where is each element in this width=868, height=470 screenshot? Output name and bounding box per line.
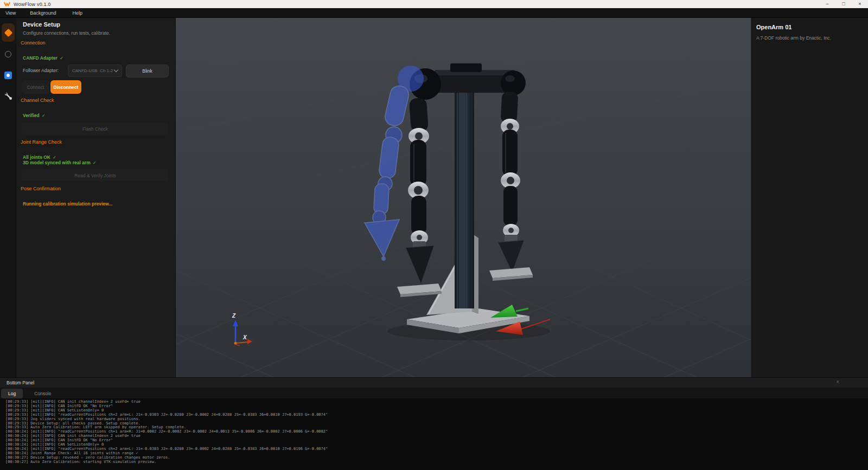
pose-status: Running calibration simulation preview..… — [23, 201, 112, 207]
titlebar: WowFlow v0.1.0 – □ × — [0, 0, 868, 8]
log-line: [00:30:27] Auto Zero Calibration: starti… — [5, 460, 868, 465]
page-title: Device Setup — [23, 21, 60, 28]
menubar: View Background Help — [0, 8, 868, 18]
model-synced-label: 3D model synced with real arm — [23, 160, 91, 165]
3d-viewport[interactable]: Z X — [176, 18, 751, 377]
canfd-adapter-label: CANFD Adapter — [23, 55, 58, 61]
tab-log[interactable]: Log — [1, 389, 23, 398]
close-icon[interactable]: × — [836, 379, 839, 385]
log-lines[interactable]: [00:29:33] [mit][INFO] CAN init channelI… — [0, 398, 868, 470]
axis-z-label: Z — [232, 313, 236, 319]
page-subtitle: Configure connections, run tests, calibr… — [23, 30, 110, 36]
wrench-icon — [5, 93, 12, 100]
check-icon: ✓ — [53, 154, 56, 160]
window-controls: – □ × — [819, 0, 868, 8]
flash-check-button[interactable]: Flash Check — [22, 123, 169, 135]
check-icon: ✓ — [93, 160, 97, 165]
read-verify-joints-button[interactable]: Read & Verify Joints — [22, 169, 169, 182]
log-line: [00:30:24] [mit][INFO] CAN InitFD OK "No… — [5, 439, 868, 443]
close-button[interactable]: × — [852, 0, 868, 8]
axis-x-label: X — [242, 334, 247, 340]
section-pose-confirmation: Pose Confirmation — [21, 186, 61, 191]
tab-console[interactable]: Console — [27, 389, 58, 398]
viewport-scene: Z X — [176, 18, 751, 377]
chevron-down-icon — [114, 68, 118, 72]
follower-adapter-label: Follower Adapter: — [23, 68, 59, 73]
section-connection: Connection — [21, 40, 46, 46]
menu-view[interactable]: View — [0, 10, 21, 16]
check-icon: ✓ — [42, 113, 46, 118]
sidebar-item-monitor[interactable] — [5, 51, 11, 57]
verified-label: Verified — [23, 113, 40, 118]
model-synced-status: 3D model synced with real arm✓ — [23, 160, 97, 165]
connect-button[interactable]: Connect — [22, 80, 49, 94]
menu-help[interactable]: Help — [67, 10, 87, 16]
window-title: WowFlow v0.1.0 — [14, 2, 51, 7]
check-icon: ✓ — [60, 55, 63, 61]
bottom-panel-header: Bottom Panel × — [0, 377, 868, 388]
sidebar-item-record[interactable] — [4, 72, 12, 79]
maximize-button[interactable]: □ — [835, 0, 852, 8]
diamond-icon — [4, 28, 12, 37]
log-line: [00:29:33] [mit][INFO] CAN InitFD OK "No… — [5, 404, 868, 409]
bottom-panel-title: Bottom Panel — [7, 380, 34, 385]
follower-adapter-select[interactable]: CANFD-USB Ch 1-2 — [68, 65, 122, 77]
minimize-button[interactable]: – — [819, 0, 835, 8]
joints-ok-status: All joints OK✓ — [23, 154, 56, 160]
device-setup-panel: Device Setup Configure connections, run … — [16, 18, 176, 377]
sidebar-item-device-setup[interactable] — [2, 23, 15, 42]
menu-background[interactable]: Background — [25, 10, 61, 16]
disconnect-button[interactable]: Disconnect — [50, 80, 81, 94]
canfd-adapter-status: CANFD Adapter✓ — [23, 55, 63, 61]
joints-ok-label: All joints OK — [23, 154, 50, 160]
blink-button[interactable]: Blink — [126, 65, 169, 78]
robot-description: A 7-DOF robotic arm by Enactic, Inc. — [756, 35, 831, 41]
icon-sidebar — [0, 18, 16, 377]
section-channel-check: Channel Check — [21, 98, 54, 103]
follower-adapter-value: CANFD-USB Ch 1-2 — [72, 68, 113, 73]
verified-status: Verified✓ — [23, 113, 46, 118]
log-line: [00:29:33] [mit][INFO] CAN init channelI… — [5, 400, 868, 404]
app-logo-icon — [4, 1, 10, 7]
sidebar-item-tools[interactable] — [5, 92, 12, 102]
log-line: [00:30:24] [mit][INFO] CAN init channelI… — [5, 434, 868, 439]
robot-name: OpenArm 01 — [756, 24, 792, 30]
inspector-panel: OpenArm 01 A 7-DOF robotic arm by Enacti… — [751, 18, 868, 377]
main-area: Device Setup Configure connections, run … — [0, 18, 868, 377]
bottom-panel-tabs: Log Console — [0, 388, 868, 398]
record-dot-icon — [7, 74, 10, 77]
section-joint-range: Joint Range Check — [21, 139, 62, 145]
